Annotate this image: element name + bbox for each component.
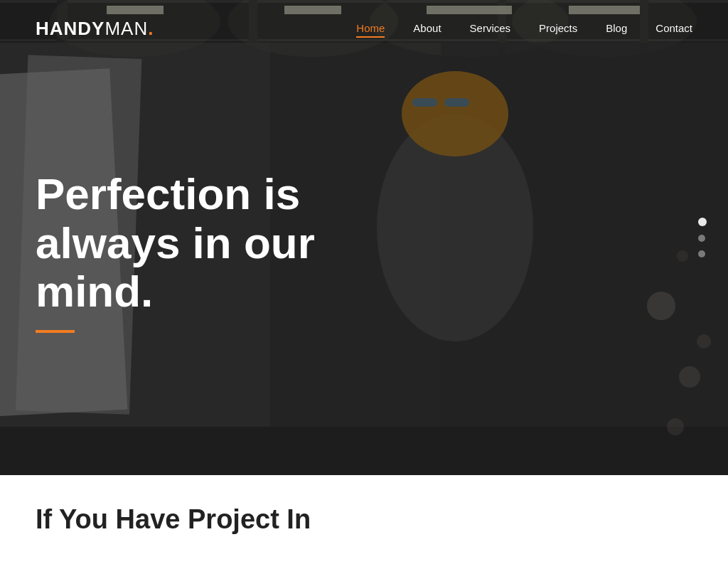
hero-title-line2: always in our <box>36 218 315 267</box>
nav-link-home[interactable]: Home <box>356 22 385 38</box>
nav-item-projects[interactable]: Projects <box>539 22 577 35</box>
nav-link-services[interactable]: Services <box>470 22 511 34</box>
slide-dot-3[interactable] <box>698 250 705 257</box>
hero-divider <box>36 330 75 333</box>
nav-link-blog[interactable]: Blog <box>606 22 627 34</box>
nav-links: Home About Services Projects Blog Contac… <box>356 22 692 35</box>
hero-title: Perfection is always in our mind. <box>36 170 315 316</box>
slide-dot-1[interactable] <box>698 218 707 226</box>
nav-link-projects[interactable]: Projects <box>539 22 577 34</box>
nav-item-contact[interactable]: Contact <box>655 22 692 35</box>
logo-light: MAN <box>105 18 148 39</box>
nav-item-about[interactable]: About <box>413 22 441 35</box>
nav-item-services[interactable]: Services <box>470 22 511 35</box>
slide-dot-2[interactable] <box>698 235 705 242</box>
nav-item-blog[interactable]: Blog <box>606 22 627 35</box>
logo[interactable]: HANDYMAN. <box>36 18 154 40</box>
logo-dot: . <box>148 18 154 39</box>
section-title: If You Have Project In <box>36 504 692 536</box>
hero-content: Perfection is always in our mind. <box>36 170 315 333</box>
hero-section: HANDYMAN. Home About Services Projects B… <box>0 0 728 475</box>
nav-link-contact[interactable]: Contact <box>655 22 692 34</box>
hero-title-line1: Perfection is <box>36 169 300 218</box>
hero-title-line3: mind. <box>36 267 153 316</box>
navbar: HANDYMAN. Home About Services Projects B… <box>0 0 728 57</box>
logo-bold: HANDY <box>36 18 105 39</box>
section-below: If You Have Project In <box>0 475 728 569</box>
nav-link-about[interactable]: About <box>413 22 441 34</box>
nav-item-home[interactable]: Home <box>356 22 385 35</box>
slide-dots <box>698 218 707 257</box>
